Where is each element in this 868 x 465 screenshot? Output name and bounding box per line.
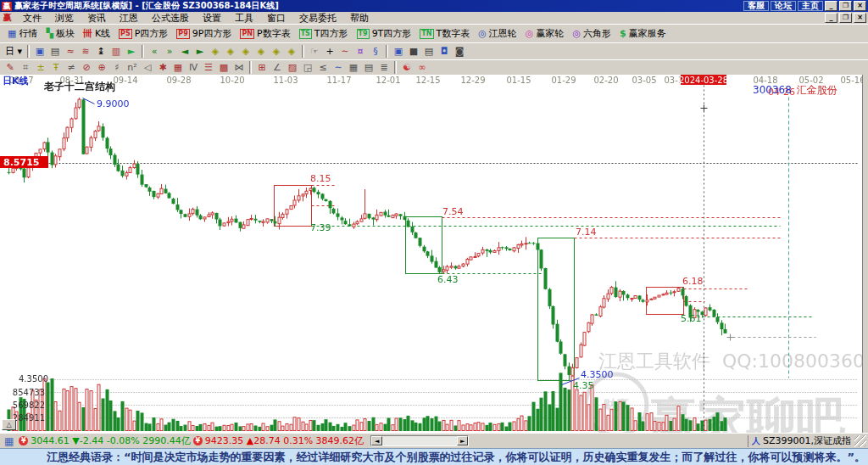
calculator-icon[interactable]: ■ <box>406 45 421 59</box>
last-page-icon[interactable]: » <box>162 45 177 59</box>
toolbar-p-number-table[interactable]: PNP数字表 <box>236 25 294 42</box>
toolbar-sectors[interactable]: ▚板块 <box>42 25 78 42</box>
menu-江恩[interactable]: 江恩 <box>113 12 145 25</box>
menu-浏览[interactable]: 浏览 <box>48 12 81 25</box>
grid2-tool-icon[interactable]: ▦ <box>346 62 361 74</box>
matrix-tool-icon[interactable]: ▦ <box>170 62 186 74</box>
flag-tool-icon[interactable]: ► <box>124 45 139 59</box>
window-close-button[interactable]: × <box>854 1 866 11</box>
toolbar-t-square[interactable]: TST四方形 <box>295 25 353 42</box>
mdi-restore-button[interactable]: ❐ <box>839 13 852 23</box>
menu-公式选股[interactable]: 公式选股 <box>145 12 196 25</box>
index-icon: 人 <box>752 435 760 447</box>
yinyang-tool-icon[interactable]: ☯ <box>399 62 415 74</box>
kline-style-icon[interactable]: ▥ <box>108 45 124 59</box>
menu-资讯[interactable]: 资讯 <box>81 12 113 25</box>
current-index-panel[interactable]: 人 SZ399001,深证成指 <box>748 435 851 447</box>
fan-tool-icon[interactable]: ✱ <box>155 62 170 74</box>
box-tool-icon[interactable]: ⊞ <box>254 62 270 74</box>
infinity-tool-icon[interactable]: ∞ <box>415 62 430 74</box>
period-day-dropdown-icon[interactable]: 日 ▾ <box>3 45 25 59</box>
titlebar-link-1[interactable]: 客服 <box>743 1 769 11</box>
spiral-tool-icon[interactable]: § <box>368 45 383 59</box>
parallel-tool-icon[interactable]: ≠ <box>64 62 79 74</box>
candlestick-chart[interactable] <box>0 75 862 433</box>
list-tool-icon[interactable]: ▤ <box>361 62 376 74</box>
volume-pane-toggle-button[interactable]: △ <box>2 419 16 430</box>
toolbar-t-number-table[interactable]: TNT数字表 <box>415 25 474 42</box>
levels-tool-icon[interactable]: ± <box>33 62 48 74</box>
toolbar-hexagon[interactable]: ◎六角形 <box>568 25 615 42</box>
save-icon[interactable]: ◘ <box>437 45 452 59</box>
resistance-tool-icon[interactable]: ☰ <box>201 62 216 74</box>
menu-文件[interactable]: 文件 <box>16 12 48 25</box>
arc-tool-icon[interactable]: ⊘ <box>79 62 94 74</box>
trend-tool-icon[interactable]: ∼ <box>337 45 353 59</box>
wave-small-icon[interactable]: ≈ <box>63 45 78 59</box>
angle-tool-icon[interactable]: ∠ <box>270 62 285 74</box>
titlebar-link-3[interactable]: 主页 <box>798 1 823 11</box>
titlebar-link-2[interactable]: 论坛 <box>771 1 796 11</box>
toolbar-kline[interactable]: 卌K线 <box>79 25 114 42</box>
toolbar-market-quotes[interactable]: ▦行情 <box>3 25 42 42</box>
toolbar-separator <box>27 45 30 58</box>
quadrant-tool-icon[interactable]: ◲ <box>300 62 315 74</box>
gann-grid-tool-icon[interactable]: ♯ <box>109 62 125 74</box>
menu-帮助[interactable]: 帮助 <box>343 12 376 25</box>
scale-toggle-icon[interactable]: ↨ <box>93 45 108 59</box>
hand-tool-icon[interactable]: ☞ <box>307 45 322 59</box>
toolbar-winner-service[interactable]: $赢家服务 <box>615 25 670 42</box>
toolbar-separator <box>302 45 304 58</box>
next-bar-icon[interactable]: ► <box>192 45 208 59</box>
gann-diamond-1-icon[interactable]: ◈ <box>208 45 223 59</box>
toolbar-separator <box>142 45 144 58</box>
scroll-right-button[interactable]: ► <box>457 436 468 445</box>
gann-diamond-4-icon[interactable]: ◈ <box>253 45 269 59</box>
wave-large-icon[interactable]: ≋ <box>78 45 93 59</box>
roman-tool-icon[interactable]: Ⅳ <box>186 62 201 74</box>
pen-tool-icon[interactable]: ✎ <box>3 62 18 74</box>
horizontal-scrollbar[interactable]: ◄ ► <box>370 435 469 446</box>
mdi-close-button[interactable]: × <box>854 13 866 23</box>
grid-lines-tool-icon[interactable]: ⌗ <box>18 62 33 74</box>
toolbar-gann-wheel[interactable]: ◎江恩轮 <box>474 25 521 42</box>
first-page-icon[interactable]: « <box>147 45 162 59</box>
chart-window-icon[interactable]: ▣ <box>32 45 47 59</box>
toolbar-9p-square[interactable]: P99P四方形 <box>172 25 236 42</box>
hatch-tool-icon[interactable]: ▨ <box>285 62 300 74</box>
t-line-tool-icon[interactable]: Ŧ <box>48 62 64 74</box>
time-price-tool-icon[interactable]: ⋈ <box>231 62 247 74</box>
window-restore-button[interactable]: ❐ <box>839 1 852 11</box>
menu-设置[interactable]: 设置 <box>196 12 228 25</box>
toolbar-p-square[interactable]: PSP四方形 <box>114 25 172 42</box>
shade-grid-tool-icon[interactable]: ▩ <box>216 62 231 74</box>
grid-icon[interactable]: ▦ <box>4 435 14 447</box>
triangle-tool-icon[interactable]: ◁ <box>140 62 155 74</box>
gann-diamond-3-icon[interactable]: ◈ <box>238 45 253 59</box>
gann-diamond-2-icon[interactable]: ◈ <box>223 45 238 59</box>
gann-diamond-5-icon[interactable]: ◈ <box>269 45 284 59</box>
crosshair-tool-icon[interactable]: + <box>322 45 337 59</box>
sh-index-icon: ¥ <box>19 436 28 445</box>
cycle-tool-icon[interactable]: ¤ <box>353 45 368 59</box>
info-panel-icon[interactable]: ▤ <box>47 45 63 59</box>
resize-grip[interactable] <box>854 435 866 447</box>
menu-窗口[interactable]: 窗口 <box>260 12 292 25</box>
wedge-tool-icon[interactable]: ≤ <box>315 62 331 74</box>
wave-tool-icon[interactable]: ∼ <box>331 62 346 74</box>
toolbar-9t-square[interactable]: T99T四方形 <box>353 25 416 42</box>
mdi-minimize-button[interactable]: _ <box>825 13 837 23</box>
toolbar-winner-wheel[interactable]: ◎赢家轮 <box>521 25 569 42</box>
calendar-21-icon[interactable]: ▣ <box>391 45 406 59</box>
scroll-left-button[interactable]: ◄ <box>371 436 382 445</box>
layers-tool-icon[interactable]: ≣ <box>376 62 392 74</box>
window-minimize-button[interactable]: _ <box>825 1 837 11</box>
circle-tool-icon[interactable]: ⊕ <box>94 62 109 74</box>
menu-工具[interactable]: 工具 <box>228 12 260 25</box>
notes-icon[interactable]: ▤ <box>421 45 437 59</box>
gann-diamond-6-icon[interactable]: ◈ <box>284 45 299 59</box>
square-number-tool-icon[interactable]: n² <box>125 62 140 74</box>
menu-交易委托[interactable]: 交易委托 <box>292 12 343 25</box>
print-icon[interactable]: ◙ <box>452 45 467 59</box>
prev-bar-icon[interactable]: ◄ <box>177 45 192 59</box>
